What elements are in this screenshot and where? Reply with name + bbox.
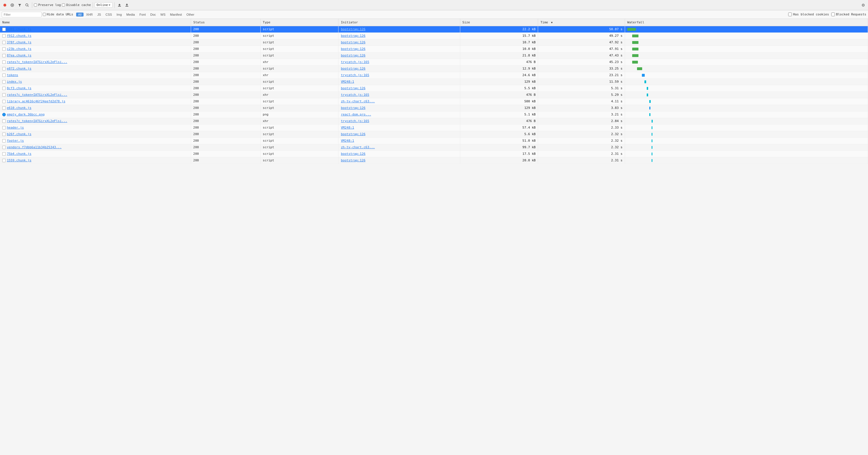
initiator-link[interactable]: bootstrap:126: [341, 132, 365, 136]
filter-css-btn[interactable]: CSS: [103, 12, 114, 17]
table-row[interactable]: footer.js200scriptVM248:151.0 kB2.32 s: [0, 137, 868, 144]
initiator-link[interactable]: trycatch.js:165: [341, 60, 369, 64]
disable-cache-label[interactable]: Disable cache: [62, 3, 91, 7]
initiator-link[interactable]: bootstrap:126: [341, 67, 365, 70]
file-name[interactable]: rates?c_token=IATGirxXL2eFlsi...: [7, 60, 67, 64]
table-row[interactable]: 378f.chunk.js200scriptbootstrap:12610.7 …: [0, 39, 868, 45]
table-row[interactable]: e610.chunk.js200scriptbootstrap:126129 k…: [0, 105, 868, 111]
table-row[interactable]: vendors.f7dbb6a11b34b25343...200scriptzh…: [0, 144, 868, 151]
preserve-log-label[interactable]: Preserve log: [34, 3, 61, 7]
header-waterfall[interactable]: Waterfall: [625, 19, 868, 26]
initiator-link[interactable]: bootstrap:126: [341, 152, 365, 156]
file-name[interactable]: header.js: [7, 126, 24, 129]
file-name[interactable]: footer.js: [7, 139, 24, 142]
filter-ws-btn[interactable]: WS: [159, 12, 168, 17]
initiator-link[interactable]: VM248:1: [341, 126, 354, 129]
file-name[interactable]: rates?c_token=IATGirxXL2eFlsi...: [7, 93, 67, 97]
table-row[interactable]: ad01.chunk.js200scriptbootstrap:12622.2 …: [0, 26, 868, 32]
has-blocked-cookies-checkbox[interactable]: [788, 12, 792, 16]
file-name[interactable]: 75b4.chunk.js: [7, 152, 31, 156]
table-row[interactable]: rates?c_token=IATGirxXL2eFlsi...200xhrtr…: [0, 59, 868, 65]
table-row[interactable]: header.js200scriptVM248:157.4 kB2.33 s: [0, 124, 868, 131]
record-button[interactable]: [2, 2, 8, 8]
cell-initiator[interactable]: trycatch.js:165: [339, 92, 460, 98]
initiator-link[interactable]: bootstrap:126: [341, 106, 365, 110]
file-name[interactable]: empty_dark.36bcc.png: [7, 112, 44, 116]
cell-initiator[interactable]: trycatch.js:165: [339, 59, 460, 65]
file-name[interactable]: index.js: [7, 80, 22, 84]
file-name[interactable]: tokens: [7, 73, 18, 77]
cell-initiator[interactable]: zh-tv-chart.c63...: [339, 144, 460, 151]
filter-other-btn[interactable]: Other: [185, 12, 196, 17]
initiator-link[interactable]: trycatch.js:165: [341, 73, 369, 77]
initiator-link[interactable]: bootstrap:126: [341, 47, 365, 51]
cell-initiator[interactable]: bootstrap:126: [339, 157, 460, 164]
table-row[interactable]: b26f.chunk.js200scriptbootstrap:1265.6 k…: [0, 131, 868, 137]
table-row[interactable]: library.ac4616c46f24eefd2d78.js200script…: [0, 98, 868, 105]
cell-initiator[interactable]: bootstrap:126: [339, 26, 460, 32]
file-name[interactable]: f912.chunk.js: [7, 34, 31, 38]
network-throttle-select[interactable]: Online: [95, 2, 113, 8]
header-time[interactable]: Time ▼: [538, 19, 625, 26]
filter-media-btn[interactable]: Media: [124, 12, 137, 17]
initiator-link[interactable]: zh-tv-chart.c63...: [341, 145, 375, 149]
initiator-link[interactable]: react-dom.pro...: [341, 112, 371, 116]
initiator-link[interactable]: trycatch.js:165: [341, 119, 369, 123]
cell-initiator[interactable]: bootstrap:126: [339, 105, 460, 111]
table-row[interactable]: 8cf3.chunk.js200scriptbootstrap:1265.5 k…: [0, 85, 868, 92]
filter-js-btn[interactable]: JS: [95, 12, 103, 17]
cell-initiator[interactable]: trycatch.js:165: [339, 72, 460, 78]
table-row[interactable]: tokens200xhrtrycatch.js:16524.6 kB23.21 …: [0, 72, 868, 78]
header-initiator[interactable]: Initiator: [339, 19, 460, 26]
disable-cache-checkbox[interactable]: [62, 3, 65, 6]
cell-initiator[interactable]: bootstrap:126: [339, 131, 460, 137]
header-status[interactable]: Status: [191, 19, 260, 26]
cell-initiator[interactable]: VM248:1: [339, 78, 460, 85]
hide-data-urls-label[interactable]: Hide data URLs: [43, 12, 73, 16]
cell-initiator[interactable]: bootstrap:126: [339, 45, 460, 52]
table-row[interactable]: f912.chunk.js200scriptbootstrap:12615.7 …: [0, 32, 868, 39]
blocked-requests-checkbox[interactable]: [831, 12, 835, 16]
has-blocked-cookies-label[interactable]: Has blocked cookies: [788, 12, 829, 16]
network-table-container[interactable]: Name Status Type Initiator Size Time ▼ W…: [0, 19, 868, 455]
cell-initiator[interactable]: bootstrap:126: [339, 32, 460, 39]
header-type[interactable]: Type: [260, 19, 339, 26]
cell-initiator[interactable]: react-dom.pro...: [339, 111, 460, 118]
file-name[interactable]: c23b.chunk.js: [7, 47, 31, 51]
file-name[interactable]: 8cf3.chunk.js: [7, 86, 31, 90]
cell-initiator[interactable]: bootstrap:126: [339, 85, 460, 92]
initiator-link[interactable]: bootstrap:126: [341, 86, 365, 90]
table-row[interactable]: rates?c_token=IATGirxXL2eFlsi...200xhrtr…: [0, 118, 868, 124]
table-row[interactable]: index.js200scriptVM248:1129 kB11.59 s: [0, 78, 868, 85]
blocked-requests-label[interactable]: Blocked Requests: [831, 12, 866, 16]
filter-manifest-btn[interactable]: Manifest: [168, 12, 184, 17]
table-row[interactable]: c23b.chunk.js200scriptbootstrap:12610.0 …: [0, 45, 868, 52]
filter-img-btn[interactable]: Img: [115, 12, 124, 17]
file-name[interactable]: b26f.chunk.js: [7, 132, 31, 136]
header-name[interactable]: Name: [0, 19, 191, 26]
initiator-link[interactable]: bootstrap:126: [341, 54, 365, 57]
initiator-link[interactable]: zh-tv-chart.c63...: [341, 99, 375, 103]
stop-button[interactable]: [9, 2, 16, 8]
import-button[interactable]: [116, 2, 123, 8]
file-name[interactable]: e610.chunk.js: [7, 106, 31, 110]
initiator-link[interactable]: trycatch.js:165: [341, 93, 369, 97]
table-row[interactable]: 87ea.chunk.js200scriptbootstrap:12621.8 …: [0, 52, 868, 59]
cell-initiator[interactable]: bootstrap:126: [339, 39, 460, 45]
hide-data-urls-checkbox[interactable]: [43, 13, 46, 16]
file-name[interactable]: vendors.f7dbb6a11b34b25343...: [7, 145, 62, 149]
table-row[interactable]: rates?c_token=IATGirxXL2eFlsi...200xhrtr…: [0, 92, 868, 98]
filter-button[interactable]: [17, 2, 23, 8]
cell-initiator[interactable]: bootstrap:126: [339, 65, 460, 72]
filter-doc-btn[interactable]: Doc: [148, 12, 158, 17]
table-row[interactable]: 1559.chunk.js200scriptbootstrap:12620.0 …: [0, 157, 868, 164]
table-row[interactable]: 75b4.chunk.js200scriptbootstrap:12617.5 …: [0, 151, 868, 157]
cell-initiator[interactable]: VM248:1: [339, 137, 460, 144]
cell-initiator[interactable]: bootstrap:126: [339, 52, 460, 59]
file-name[interactable]: e872.chunk.js: [7, 67, 31, 70]
file-name[interactable]: 87ea.chunk.js: [7, 54, 31, 57]
preserve-log-checkbox[interactable]: [34, 3, 37, 6]
cell-initiator[interactable]: VM248:1: [339, 124, 460, 131]
initiator-link[interactable]: bootstrap:126: [341, 159, 365, 162]
header-size[interactable]: Size: [460, 19, 538, 26]
